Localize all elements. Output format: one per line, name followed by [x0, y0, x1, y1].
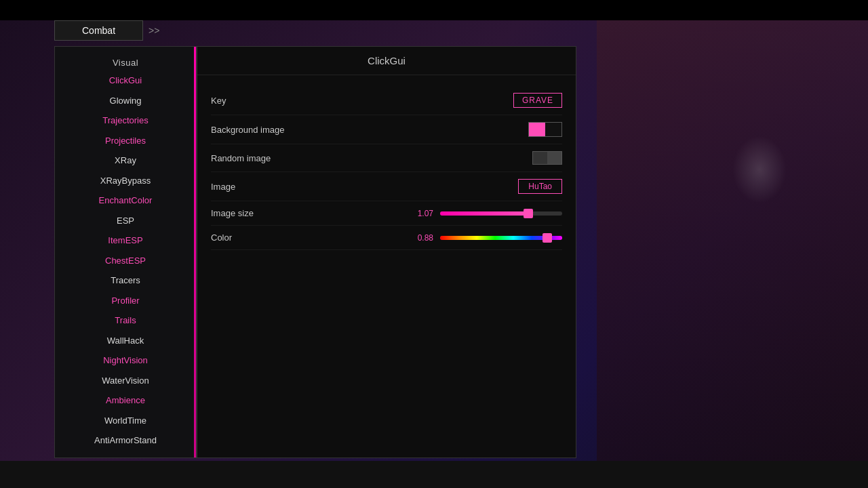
sidebar-item-profiler[interactable]: Profiler	[55, 291, 196, 311]
image-size-track[interactable]	[440, 211, 562, 216]
sidebar: Visual ClickGui Glowing Trajectories Pro…	[54, 46, 197, 458]
top-bar	[0, 0, 868, 20]
toggle-right	[547, 152, 561, 164]
random-image-toggle[interactable]	[532, 151, 562, 165]
color-thumb[interactable]	[542, 233, 552, 243]
sidebar-item-itemesp[interactable]: ItemESP	[55, 230, 196, 251]
sidebar-item-tracers[interactable]: Tracers	[55, 270, 196, 291]
setting-row-bg-image: Background image	[211, 115, 562, 144]
key-label: Key	[211, 96, 226, 106]
ghost-decoration	[732, 136, 787, 203]
setting-row-color: Color 0.88	[211, 226, 562, 250]
key-button[interactable]: GRAVE	[513, 93, 562, 108]
image-control: HuTao	[518, 179, 562, 194]
sidebar-section-label: Visual	[55, 54, 196, 70]
combat-tab[interactable]: Combat	[54, 20, 143, 41]
sidebar-item-chestesp[interactable]: ChestESP	[55, 251, 196, 271]
main-container: Combat >> Visual ClickGui Glowing Trajec…	[54, 20, 576, 458]
color-track[interactable]	[440, 236, 562, 240]
swatch-dark-half	[545, 123, 561, 136]
image-size-control: 1.07	[413, 209, 562, 218]
random-image-label: Random image	[211, 153, 271, 163]
image-size-label: Image size	[211, 208, 254, 218]
sidebar-item-trails[interactable]: Trails	[55, 310, 196, 331]
image-size-thumb[interactable]	[524, 209, 533, 218]
sidebar-item-xray[interactable]: XRay	[55, 150, 196, 171]
setting-row-random-image: Random image	[211, 144, 562, 172]
toggle-left	[533, 152, 547, 164]
main-panel: ClickGui Key GRAVE Background image	[197, 46, 576, 458]
bottom-bar	[0, 461, 868, 488]
sidebar-item-xraybypass[interactable]: XRayBypass	[55, 171, 196, 191]
combat-header: Combat >>	[54, 20, 576, 41]
setting-row-image: Image HuTao	[211, 172, 562, 201]
sidebar-item-ambience[interactable]: Ambience	[55, 390, 196, 411]
bg-image-control	[528, 122, 562, 137]
sidebar-item-wallhack[interactable]: WallHack	[55, 331, 196, 351]
color-slider-container: 0.88	[413, 233, 562, 243]
key-control: GRAVE	[513, 93, 562, 108]
anime-background	[597, 0, 868, 488]
sidebar-item-watervision[interactable]: WaterVision	[55, 371, 196, 391]
random-image-control	[532, 151, 562, 165]
sidebar-item-antiarmorstand[interactable]: AntiArmorStand	[55, 430, 196, 451]
image-label: Image	[211, 182, 235, 192]
sidebar-item-clickgui[interactable]: ClickGui	[55, 70, 196, 91]
color-control: 0.88	[413, 233, 562, 243]
sidebar-item-glowing[interactable]: Glowing	[55, 91, 196, 111]
bg-image-label: Background image	[211, 125, 284, 135]
panel-title: ClickGui	[197, 47, 576, 75]
sidebar-item-worldtime[interactable]: WorldTime	[55, 411, 196, 431]
setting-row-key: Key GRAVE	[211, 86, 562, 115]
setting-row-image-size: Image size 1.07	[211, 201, 562, 226]
image-size-fill	[440, 211, 528, 216]
swatch-pink-half	[529, 123, 545, 136]
image-dropdown-button[interactable]: HuTao	[518, 179, 562, 194]
panel-content: Key GRAVE Background image	[197, 75, 576, 261]
bg-image-swatch[interactable]	[528, 122, 562, 137]
sidebar-item-esp[interactable]: ESP	[55, 211, 196, 231]
sidebar-item-enchantcolor[interactable]: EnchantColor	[55, 190, 196, 211]
sidebar-accent-bar	[194, 47, 196, 458]
image-size-value: 1.07	[413, 209, 433, 218]
image-size-slider-container: 1.07	[413, 209, 562, 218]
color-value: 0.88	[413, 233, 433, 243]
arrow-button[interactable]: >>	[149, 25, 159, 36]
layout: Visual ClickGui Glowing Trajectories Pro…	[54, 46, 576, 458]
color-label: Color	[211, 232, 232, 243]
sidebar-item-nightvision[interactable]: NightVision	[55, 350, 196, 371]
sidebar-item-trajectories[interactable]: Trajectories	[55, 110, 196, 131]
sidebar-item-projectiles[interactable]: Projectiles	[55, 131, 196, 151]
